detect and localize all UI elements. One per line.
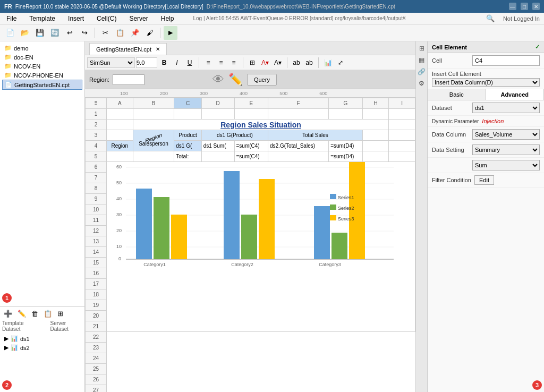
query-button[interactable]: Query [247, 74, 277, 86]
cell-g4[interactable]: =sum(D4) [329, 141, 363, 151]
format-button[interactable]: 🖌 [143, 26, 157, 40]
cell-a3[interactable] [107, 130, 133, 141]
menu-insert[interactable]: Insert [66, 14, 86, 23]
bold-button[interactable]: B [158, 57, 170, 69]
close-button[interactable]: ✕ [532, 3, 540, 10]
expand-button[interactable]: ⤢ [335, 57, 346, 69]
cell-value-input[interactable] [472, 55, 540, 66]
filter-edit-button[interactable]: Edit [474, 175, 494, 185]
col-c[interactable]: C [174, 98, 201, 109]
sum-select[interactable]: Sum [472, 160, 540, 171]
cell-d5[interactable] [201, 151, 234, 162]
menu-help[interactable]: Help [159, 14, 176, 23]
cell-a1[interactable] [107, 109, 133, 120]
menu-cell[interactable]: Cell(C) [95, 14, 118, 23]
cell-i3[interactable] [389, 130, 415, 141]
dataset-ds2[interactable]: ▶ 📊 ds2 [2, 343, 82, 352]
copy-button[interactable]: 📋 [113, 26, 127, 40]
cell-e5[interactable]: =sum(C4) [234, 151, 268, 162]
font-size-input[interactable] [136, 57, 157, 68]
delete-dataset-button[interactable]: 🗑 [30, 309, 40, 318]
cell-f5[interactable] [268, 151, 329, 162]
merge2-button[interactable]: ab [303, 57, 315, 69]
panel-icon-table[interactable]: ▦ [417, 55, 427, 65]
insert-cell-select[interactable]: Insert Data Column(D) [432, 78, 540, 87]
dataset-ds1[interactable]: ▶ 📊 ds1 [2, 334, 82, 343]
cell-g5[interactable]: =sum(D4) [329, 151, 363, 162]
paste-button[interactable]: 📌 [128, 26, 142, 40]
maximize-button[interactable]: □ [521, 3, 528, 10]
fill-color-button[interactable]: A▾ [259, 57, 271, 69]
panel-icon-link[interactable]: 🔗 [417, 67, 427, 76]
panel-icon-grid[interactable]: ⊞ [417, 44, 427, 53]
underline-button[interactable]: U [184, 57, 196, 69]
cell-f1[interactable] [268, 109, 329, 120]
save-button[interactable]: 💾 [33, 26, 47, 40]
cell-h3[interactable] [362, 130, 389, 141]
panel-icon-settings[interactable]: ⚙ [417, 79, 427, 88]
col-h[interactable]: H [362, 98, 389, 109]
cell-c3-product[interactable]: Product [174, 130, 201, 141]
align-center-button[interactable]: ≡ [215, 57, 227, 69]
cell-i5[interactable] [389, 151, 415, 162]
cell-d1[interactable] [201, 109, 234, 120]
tree-item-getting-started[interactable]: 📄 GettingStartedEN.cpt [2, 80, 82, 90]
new-button[interactable]: 📄 [3, 26, 17, 40]
cell-c4-selected[interactable]: ds1 G( [174, 141, 201, 151]
region-input[interactable] [113, 74, 144, 85]
tree-item-doc-en[interactable]: 📁 doc-EN [2, 53, 82, 62]
cell-d3-ds1g[interactable]: ds1 G(Product) [201, 130, 268, 141]
edit-dataset-button[interactable]: ✏️ [16, 309, 28, 318]
align-left-button[interactable]: ≡ [202, 57, 214, 69]
undo-button[interactable]: ↩ [63, 26, 76, 40]
cell-h5[interactable] [362, 151, 389, 162]
cell-a4-region[interactable]: Region [107, 141, 133, 151]
tab-basic[interactable]: Basic [428, 89, 486, 100]
border-button[interactable]: ⊞ [246, 57, 258, 69]
cell-e4[interactable]: =sum(C4) [234, 141, 268, 151]
menu-file[interactable]: File [4, 14, 19, 23]
data-column-select[interactable]: Sales_Volume [472, 129, 540, 140]
cell-e1[interactable] [234, 109, 268, 120]
cell-a5[interactable] [107, 151, 133, 162]
cell-h4[interactable] [362, 141, 389, 151]
refresh-button[interactable]: 🔄 [48, 26, 62, 40]
font-color-button[interactable]: A▾ [272, 57, 284, 69]
dataset-select[interactable]: ds1 [472, 103, 540, 113]
add-dataset-button[interactable]: ➕ [2, 309, 14, 318]
align-right-button[interactable]: ≡ [228, 57, 240, 69]
col-i[interactable]: I [389, 98, 415, 109]
cell-c1[interactable] [174, 109, 201, 120]
cell-b1[interactable] [133, 109, 174, 120]
cell-i2[interactable] [389, 120, 415, 130]
cell-c5-total[interactable]: Total: [174, 151, 201, 162]
cell-f3-total[interactable]: Total Sales [268, 130, 363, 141]
tree-item-ncov-en[interactable]: 📁 NCOV-EN [2, 62, 82, 71]
data-setting-select[interactable]: Summary [472, 144, 540, 155]
cell-i1[interactable] [389, 109, 415, 120]
menu-template[interactable]: Template [27, 14, 57, 23]
italic-button[interactable]: I [171, 57, 183, 69]
preview-button[interactable]: ▶ [164, 26, 177, 40]
menu-server[interactable]: Server [127, 14, 150, 23]
merge-button[interactable]: ab [291, 57, 302, 69]
font-select[interactable]: SimSun [87, 57, 135, 68]
cell-f4[interactable]: ds2.G(Total_Sales) [268, 141, 329, 151]
cell-b3-region[interactable]: Region Salesperson [133, 130, 174, 151]
tab-getting-started[interactable]: GettingStartedEN.cpt ✕ [89, 43, 167, 55]
minimize-button[interactable]: — [509, 3, 516, 10]
cell-g1[interactable] [329, 109, 363, 120]
col-g[interactable]: G [329, 98, 363, 109]
open-button[interactable]: 📂 [18, 26, 32, 40]
col-f[interactable]: F [268, 98, 329, 109]
tab-close-button[interactable]: ✕ [156, 46, 160, 52]
col-b[interactable]: B [133, 98, 174, 109]
copy-dataset-button[interactable]: 📋 [42, 309, 54, 318]
col-e[interactable]: E [234, 98, 268, 109]
cell-a2[interactable] [107, 120, 133, 130]
col-a[interactable]: A [107, 98, 133, 109]
chart-button[interactable]: 📊 [322, 57, 334, 69]
login-status[interactable]: Not Logged In [503, 15, 540, 22]
cell-d4[interactable]: ds1 Sum( [201, 141, 234, 151]
tab-advanced[interactable]: Advanced [486, 89, 545, 100]
